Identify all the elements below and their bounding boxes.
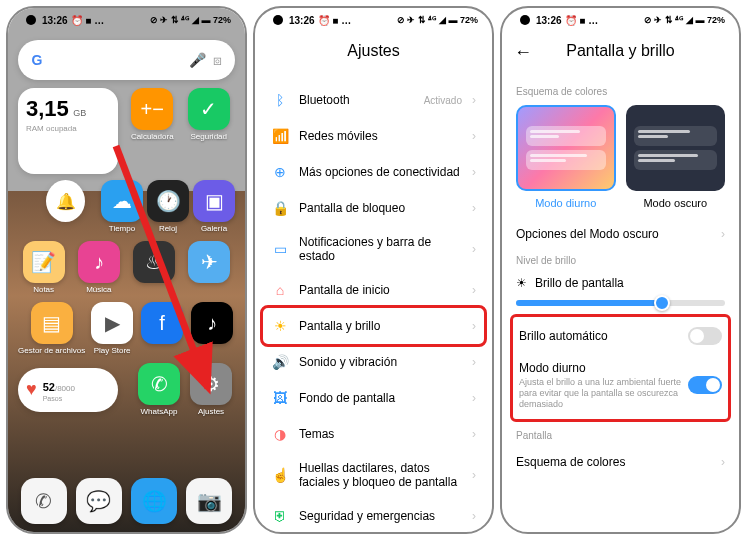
section-label: Pantalla bbox=[502, 426, 739, 445]
chevron-right-icon: › bbox=[721, 227, 725, 241]
camera-hole bbox=[520, 15, 530, 25]
app-icon[interactable]: ♪ bbox=[189, 302, 235, 355]
chevron-right-icon: › bbox=[472, 468, 476, 482]
setting-icon: 📶 bbox=[271, 127, 289, 145]
camera-hole bbox=[273, 15, 283, 25]
app-galería[interactable]: ▣Galería bbox=[193, 180, 235, 233]
section-label: Nivel de brillo bbox=[502, 251, 739, 270]
phone-settings: 13:26 ⏰ ■ … ⊘ ✈ ⇅ ⁴ᴳ ◢ ▬ 72% Ajustes ᛒBl… bbox=[253, 6, 494, 534]
chevron-right-icon: › bbox=[472, 242, 476, 256]
app-tiempo[interactable]: ☁Tiempo bbox=[101, 180, 143, 233]
setting-icon: ᛒ bbox=[271, 91, 289, 109]
chevron-right-icon: › bbox=[472, 165, 476, 179]
app-icon[interactable]: ✈ bbox=[184, 241, 235, 294]
chevron-right-icon: › bbox=[472, 319, 476, 333]
app-icon[interactable]: ♨ bbox=[129, 241, 180, 294]
setting-icon: ⌂ bbox=[271, 281, 289, 299]
steps-widget[interactable]: ♥ 52/8000 Pasos bbox=[18, 368, 118, 412]
brightness-icon: ☀ bbox=[516, 276, 527, 290]
section-label: Esquema de colores bbox=[502, 82, 739, 101]
lens-icon[interactable]: ⧇ bbox=[207, 52, 227, 69]
settings-row-pantalla-de-inicio[interactable]: ⌂Pantalla de inicio› bbox=[267, 272, 480, 308]
google-search-pill[interactable]: G 🎤 ⧇ bbox=[18, 40, 235, 80]
app-música[interactable]: ♪Música bbox=[73, 241, 124, 294]
chevron-right-icon: › bbox=[472, 201, 476, 215]
color-scheme-row[interactable]: Esquema de colores› bbox=[502, 445, 739, 479]
status-bar: 13:26 ⏰ ■ … ⊘ ✈ ⇅ ⁴ᴳ ◢ ▬ 72% bbox=[8, 8, 245, 32]
app-reloj[interactable]: 🕐Reloj bbox=[147, 180, 189, 233]
highlight-box: Brillo automático Modo diurno Ajusta el … bbox=[510, 314, 731, 422]
camera-hole bbox=[26, 15, 36, 25]
setting-icon: ⊕ bbox=[271, 163, 289, 181]
app-seguridad[interactable]: ✓Seguridad bbox=[183, 88, 236, 174]
ram-widget[interactable]: 3,15 GB RAM ocupada bbox=[18, 88, 118, 174]
settings-row-sonido-y-vibración[interactable]: 🔊Sonido y vibración› bbox=[267, 344, 480, 380]
dock: ✆💬🌐📷 bbox=[16, 478, 237, 524]
chevron-right-icon: › bbox=[472, 355, 476, 369]
setting-icon: ⛨ bbox=[271, 507, 289, 525]
settings-row-seguridad-y-emergenc[interactable]: ⛨Seguridad y emergencias› bbox=[267, 498, 480, 534]
theme-dark-mode[interactable]: Modo oscuro bbox=[626, 105, 726, 209]
day-mode-toggle[interactable]: Modo diurno Ajusta el brillo a una luz a… bbox=[519, 353, 722, 417]
app-notas[interactable]: 📝Notas bbox=[18, 241, 69, 294]
app-whatsapp[interactable]: ✆WhatsApp bbox=[135, 363, 183, 416]
heart-icon: ♥ bbox=[26, 379, 37, 400]
phone-display-settings: 13:26 ⏰ ■ … ⊘ ✈ ⇅ ⁴ᴳ ◢ ▬ 72% ← Pantalla … bbox=[500, 6, 741, 534]
setting-icon: 🔊 bbox=[271, 353, 289, 371]
app-ajustes[interactable]: ⚙Ajustes bbox=[187, 363, 235, 416]
settings-row-más-opciones-de-cone[interactable]: ⊕Más opciones de conectividad› bbox=[267, 154, 480, 190]
chevron-right-icon: › bbox=[472, 427, 476, 441]
setting-icon: ☝ bbox=[271, 466, 289, 484]
settings-row-huellas-dactilares,-[interactable]: ☝Huellas dactilares, datos faciales y bl… bbox=[267, 452, 480, 498]
setting-icon: ◑ bbox=[271, 425, 289, 443]
app-play-store[interactable]: ▶Play Store bbox=[89, 302, 135, 355]
back-button[interactable]: ← bbox=[514, 42, 532, 63]
app-icon[interactable]: 🌐 bbox=[131, 478, 177, 524]
brightness-slider[interactable] bbox=[516, 300, 725, 306]
app-icon[interactable]: ✆ bbox=[21, 478, 67, 524]
setting-icon: ▭ bbox=[271, 240, 289, 258]
page-title: ← Pantalla y brillo bbox=[502, 32, 739, 82]
app-icon[interactable]: 💬 bbox=[76, 478, 122, 524]
app-calculadora[interactable]: +−Calculadora bbox=[126, 88, 179, 174]
settings-row-pantalla-de-bloqueo[interactable]: 🔒Pantalla de bloqueo› bbox=[267, 190, 480, 226]
settings-row-redes-móviles[interactable]: 📶Redes móviles› bbox=[267, 118, 480, 154]
bell-widget[interactable]: 🔔 bbox=[46, 180, 85, 222]
mic-icon[interactable]: 🎤 bbox=[187, 52, 207, 68]
chevron-right-icon: › bbox=[472, 283, 476, 297]
chevron-right-icon: › bbox=[472, 93, 476, 107]
setting-icon: 🖼 bbox=[271, 389, 289, 407]
settings-list: ᛒBluetoothActivado›📶Redes móviles›⊕Más o… bbox=[255, 82, 492, 534]
app-gestor-de-archivos[interactable]: ▤Gestor de archivos bbox=[18, 302, 85, 355]
dark-mode-options[interactable]: Opciones del Modo oscuro› bbox=[502, 217, 739, 251]
theme-light-mode[interactable]: Modo diurno bbox=[516, 105, 616, 209]
settings-row-bluetooth[interactable]: ᛒBluetoothActivado› bbox=[267, 82, 480, 118]
auto-brightness-toggle[interactable]: Brillo automático bbox=[519, 319, 722, 353]
settings-row-fondo-de-pantalla[interactable]: 🖼Fondo de pantalla› bbox=[267, 380, 480, 416]
chevron-right-icon: › bbox=[472, 129, 476, 143]
google-logo-icon: G bbox=[26, 49, 48, 71]
settings-row-notificaciones-y-bar[interactable]: ▭Notificaciones y barra de estado› bbox=[267, 226, 480, 272]
setting-icon: 🔒 bbox=[271, 199, 289, 217]
status-bar: 13:26 ⏰ ■ … ⊘ ✈ ⇅ ⁴ᴳ ◢ ▬ 72% bbox=[255, 8, 492, 32]
settings-row-temas[interactable]: ◑Temas› bbox=[267, 416, 480, 452]
setting-icon: ☀ bbox=[271, 317, 289, 335]
app-icon[interactable]: f bbox=[139, 302, 185, 355]
chevron-right-icon: › bbox=[721, 455, 725, 469]
page-title: Ajustes bbox=[255, 32, 492, 82]
chevron-right-icon: › bbox=[472, 509, 476, 523]
app-icon[interactable]: 📷 bbox=[186, 478, 232, 524]
chevron-right-icon: › bbox=[472, 391, 476, 405]
status-bar: 13:26 ⏰ ■ … ⊘ ✈ ⇅ ⁴ᴳ ◢ ▬ 72% bbox=[502, 8, 739, 32]
phone-home: 13:26 ⏰ ■ … ⊘ ✈ ⇅ ⁴ᴳ ◢ ▬ 72% G 🎤 ⧇ 3,15 … bbox=[6, 6, 247, 534]
brightness-row: ☀ Brillo de pantalla bbox=[502, 270, 739, 296]
settings-row-pantalla-y-brillo[interactable]: ☀Pantalla y brillo› bbox=[260, 305, 487, 347]
